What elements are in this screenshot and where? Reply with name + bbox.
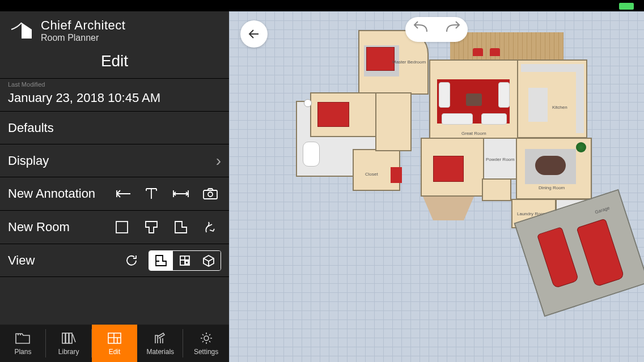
svg-point-9 — [204, 336, 209, 340]
undo-button[interactable] — [411, 20, 431, 39]
arrow-annotation-button[interactable] — [111, 183, 133, 205]
svg-rect-6 — [66, 333, 69, 343]
new-annotation-label: New Annotation — [8, 186, 95, 201]
text-annotation-button[interactable] — [141, 183, 162, 205]
room-label: Kitchen — [552, 105, 567, 110]
last-modified-label: Last Modified — [8, 81, 45, 88]
sink[interactable] — [304, 99, 312, 107]
car-1[interactable] — [537, 227, 579, 288]
edit-sidebar: Chief Architect Room Planner Edit Last M… — [0, 0, 229, 362]
view-label: View — [8, 253, 35, 268]
square-room-button[interactable] — [111, 216, 133, 238]
brand-subtitle: Room Planner — [41, 33, 125, 43]
undo-redo-toolbar — [405, 17, 468, 42]
refresh-button[interactable] — [122, 252, 141, 270]
view-mode-segment — [149, 250, 221, 271]
counter[interactable] — [521, 64, 583, 72]
l-room-button[interactable] — [170, 216, 192, 238]
svg-rect-8 — [108, 333, 121, 343]
front-porch[interactable] — [423, 197, 474, 220]
room-label: Powder Room — [486, 157, 515, 162]
svg-rect-7 — [69, 333, 72, 343]
panel-title: Edit — [0, 48, 229, 79]
room-label: Dining Room — [539, 185, 565, 190]
patio-chair[interactable] — [490, 48, 500, 56]
bottom-tab-bar: Plans Library Edit Materials Settings — [0, 325, 229, 362]
new-room-label: New Room — [8, 220, 70, 235]
patio-chair[interactable] — [473, 48, 483, 56]
display-row[interactable]: Display › — [0, 144, 229, 177]
app-root: Chief Architect Room Planner Edit Last M… — [0, 0, 644, 362]
room-hall[interactable] — [376, 93, 410, 150]
tab-materials[interactable]: Materials — [137, 325, 183, 362]
battery-icon — [619, 3, 634, 10]
last-modified-value: January 23, 2018 10:45 AM — [8, 91, 160, 105]
freehand-room-button[interactable] — [200, 216, 221, 238]
room-label: Master Bedroom — [392, 59, 426, 65]
room-label: Closet — [365, 172, 378, 177]
svg-point-1 — [208, 192, 213, 197]
dimension-annotation-button[interactable] — [170, 183, 192, 205]
bathtub[interactable] — [303, 142, 320, 167]
dresser[interactable] — [391, 167, 402, 183]
room-label: Great Room — [461, 131, 486, 136]
brand-logo-icon — [8, 19, 35, 42]
dining-table[interactable] — [535, 156, 566, 175]
svg-rect-2 — [116, 222, 128, 233]
svg-rect-4 — [185, 261, 188, 264]
room-label: Garage — [594, 206, 610, 215]
tab-library-label: Library — [58, 348, 79, 356]
kitchen-island[interactable] — [528, 88, 548, 122]
tab-edit-label: Edit — [109, 348, 121, 356]
brand-name: Chief Architect — [41, 18, 125, 33]
sofa[interactable] — [481, 113, 507, 125]
last-modified-row[interactable]: Last Modified January 23, 2018 10:45 AM — [0, 79, 229, 112]
back-button[interactable] — [240, 20, 268, 48]
counter[interactable] — [576, 64, 584, 133]
tab-library[interactable]: Library — [46, 325, 92, 362]
display-label: Display — [8, 154, 49, 168]
status-bar — [0, 0, 644, 11]
plant[interactable] — [576, 142, 586, 152]
tab-materials-label: Materials — [146, 348, 174, 356]
chevron-right-icon: › — [216, 152, 221, 170]
armchair[interactable] — [439, 82, 450, 108]
room-storage[interactable] — [483, 180, 510, 200]
brand-header: Chief Architect Room Planner — [0, 11, 229, 48]
sofa[interactable] — [442, 113, 473, 125]
tab-edit[interactable]: Edit — [92, 325, 138, 362]
new-annotation-row: New Annotation — [0, 177, 229, 211]
new-room-row: New Room — [0, 211, 229, 244]
redo-button[interactable] — [442, 20, 463, 39]
tab-settings-label: Settings — [194, 348, 218, 356]
view-row: View — [0, 244, 229, 277]
defaults-row[interactable]: Defaults — [0, 112, 229, 144]
tab-plans-label: Plans — [14, 348, 31, 356]
coffee-table[interactable] — [466, 93, 482, 106]
bed-guest[interactable] — [317, 102, 349, 127]
t-room-button[interactable] — [141, 216, 162, 238]
bed-2[interactable] — [433, 156, 464, 182]
camera-annotation-button[interactable] — [200, 183, 221, 205]
armchair[interactable] — [498, 82, 510, 108]
tab-settings[interactable]: Settings — [183, 325, 229, 362]
defaults-label: Defaults — [8, 121, 54, 135]
bed-master[interactable] — [366, 47, 395, 71]
floorplan-canvas[interactable]: Master Bedroom Closet Great Room — [229, 0, 644, 362]
porch-area[interactable] — [450, 32, 564, 61]
tab-plans[interactable]: Plans — [0, 325, 46, 362]
floorplan-drawing[interactable]: Master Bedroom Closet Great Room — [263, 25, 638, 356]
svg-rect-5 — [62, 333, 65, 343]
dollhouse-view-button[interactable] — [173, 251, 197, 270]
car-2[interactable] — [576, 218, 624, 287]
floorplan-view-button[interactable] — [149, 251, 173, 270]
3d-view-button[interactable] — [197, 251, 221, 270]
